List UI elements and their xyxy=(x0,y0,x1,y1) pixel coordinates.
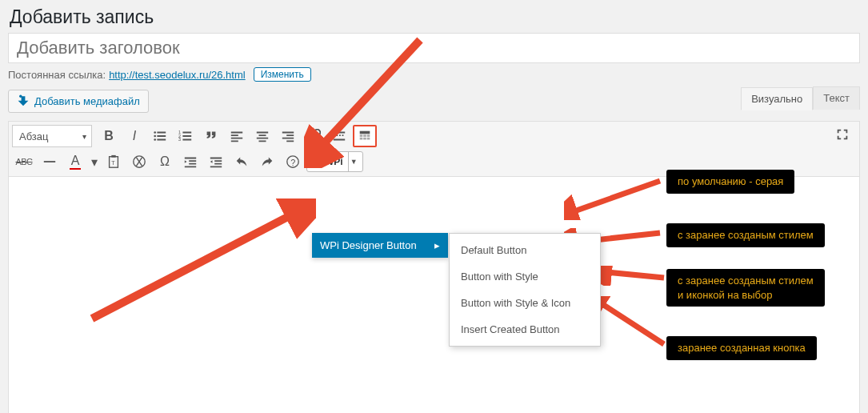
clear-formatting-button[interactable] xyxy=(127,150,151,173)
wpi-designer-button[interactable]: WPi ▼ xyxy=(306,151,363,172)
svg-point-2 xyxy=(154,135,156,138)
horizontal-rule-button[interactable] xyxy=(38,150,62,173)
submenu-button-with-style[interactable]: Button with Style xyxy=(450,263,600,290)
strikethrough-button[interactable]: ABC xyxy=(12,150,36,173)
permalink-url[interactable]: http://test.seodelux.ru/26.html xyxy=(109,69,246,81)
block-format-label: Абзац xyxy=(19,130,48,142)
svg-rect-12 xyxy=(363,138,366,140)
annotation-4: заранее созданная кнопка xyxy=(666,336,817,360)
svg-point-1 xyxy=(154,131,156,134)
special-char-button[interactable]: Ω xyxy=(153,150,177,173)
media-icon xyxy=(17,94,30,109)
numbered-list-button[interactable]: 123 xyxy=(174,125,198,147)
paste-text-button[interactable]: T xyxy=(102,150,126,173)
add-media-label: Добавить медиафайл xyxy=(34,95,140,107)
bulleted-list-button[interactable] xyxy=(148,125,172,147)
outdent-button[interactable] xyxy=(178,150,202,173)
wpi-label: WPi xyxy=(325,156,343,167)
insert-link-button[interactable] xyxy=(302,125,326,147)
svg-text:T: T xyxy=(111,159,115,166)
media-row: Добавить медиафайл Визуально Текст xyxy=(0,90,868,121)
keyboard-help-button[interactable]: ? xyxy=(281,150,305,173)
text-color-dropdown[interactable]: ▾ xyxy=(89,150,100,173)
fullscreen-button[interactable] xyxy=(830,123,854,146)
wpi-dropdown: WPi Designer Button ▸ xyxy=(312,233,448,258)
wpi-icon xyxy=(310,156,322,167)
svg-rect-10 xyxy=(367,134,370,137)
block-format-select[interactable]: Абзац xyxy=(12,125,92,147)
editor-tabs: Визуально Текст xyxy=(741,86,860,110)
svg-point-3 xyxy=(154,138,156,141)
annotation-3: с заранее созданым стилеми иконкой на вы… xyxy=(666,269,825,307)
toggle-toolbar-button[interactable] xyxy=(353,125,377,147)
svg-text:3: 3 xyxy=(178,137,181,142)
align-left-button[interactable] xyxy=(225,125,249,147)
svg-rect-7 xyxy=(360,131,370,134)
title-input-wrap xyxy=(0,33,868,67)
wpi-caret-icon[interactable]: ▼ xyxy=(348,152,359,171)
submenu-insert-created-button[interactable]: Insert Created Button xyxy=(450,316,600,343)
blockquote-button[interactable] xyxy=(199,125,223,147)
align-right-button[interactable] xyxy=(276,125,300,147)
permalink-row: Постоянная ссылка: http://test.seodelux.… xyxy=(0,67,868,90)
svg-text:?: ? xyxy=(290,158,295,167)
page-title: Добавить запись xyxy=(0,0,868,33)
wpi-submenu: Default Button Button with Style Button … xyxy=(449,233,601,347)
chevron-right-icon: ▸ xyxy=(434,239,440,251)
indent-button[interactable] xyxy=(204,150,228,173)
svg-rect-11 xyxy=(360,138,363,140)
wpi-dropdown-label: WPi Designer Button xyxy=(320,239,417,251)
italic-button[interactable]: I xyxy=(122,125,146,147)
svg-rect-16 xyxy=(111,155,115,158)
submenu-button-with-style-icon[interactable]: Button with Style & Icon xyxy=(450,290,600,316)
tab-visual[interactable]: Визуально xyxy=(741,87,813,110)
toolbar: Абзац B I 123 ABC A ▾ T Ω xyxy=(9,122,859,177)
add-media-button[interactable]: Добавить медиафайл xyxy=(8,90,149,113)
svg-rect-8 xyxy=(360,134,363,137)
permalink-label: Постоянная ссылка: xyxy=(8,69,106,81)
align-center-button[interactable] xyxy=(250,125,274,147)
editor-wrap: Абзац B I 123 ABC A ▾ T Ω xyxy=(8,121,860,413)
permalink-edit-button[interactable]: Изменить xyxy=(254,67,311,82)
insert-more-button[interactable] xyxy=(327,125,351,147)
svg-rect-13 xyxy=(367,138,370,140)
wpi-dropdown-item[interactable]: WPi Designer Button ▸ xyxy=(312,233,448,258)
submenu-default-button[interactable]: Default Button xyxy=(450,237,600,263)
annotation-2: с заранее созданым стилем xyxy=(666,223,825,247)
text-color-button[interactable]: A xyxy=(63,150,87,173)
post-title-input[interactable] xyxy=(8,33,860,63)
undo-button[interactable] xyxy=(230,150,254,173)
toolbar-row-1: Абзац B I 123 xyxy=(10,123,858,149)
svg-rect-9 xyxy=(363,134,366,137)
svg-point-0 xyxy=(19,94,22,98)
annotation-1: по умолчанию - серая xyxy=(666,170,794,194)
svg-rect-14 xyxy=(44,161,55,162)
bold-button[interactable]: B xyxy=(97,125,121,147)
redo-button[interactable] xyxy=(255,150,279,173)
tab-text[interactable]: Текст xyxy=(813,86,860,110)
